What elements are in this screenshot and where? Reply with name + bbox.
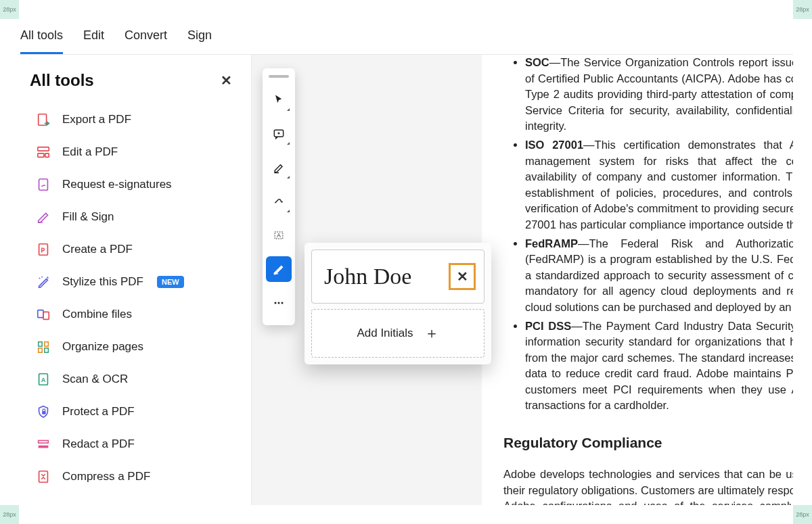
svg-rect-11 [45,342,49,346]
tool-select-arrow[interactable] [266,87,292,113]
tool-more[interactable] [266,290,292,316]
tool-sign[interactable] [266,256,292,282]
tool-export-pdf[interactable]: Export a PDF [27,103,240,136]
export-pdf-icon [35,112,51,128]
svg-rect-9 [43,312,49,319]
tool-draw-freeform[interactable] [266,189,292,214]
sidebar-title: All tools [30,71,94,90]
tool-create-pdf[interactable]: Create a PDF [27,233,240,266]
tool-highlight[interactable] [266,155,292,181]
regulatory-paragraph: Adobe develops technologies and services… [503,467,793,505]
tool-label: Organize pages [62,340,143,354]
tool-textbox[interactable]: A [266,222,292,248]
svg-rect-16 [42,411,45,414]
add-initials-label: Add Initials [357,327,413,340]
add-initials-button[interactable]: Add Initials ＋ [311,309,484,358]
tool-label: Combine files [62,308,132,321]
app-frame: All tools Edit Convert Sign All tools ✕ … [19,19,793,505]
tool-compress-pdf[interactable]: Compress a PDF [27,460,240,493]
compliance-bullet-list: SOC—The Service Organization Controls re… [503,55,793,414]
tool-label: Redact a PDF [62,437,135,451]
create-pdf-icon [35,241,51,258]
tool-redact-pdf[interactable]: Redact a PDF [27,428,240,460]
top-tabbar: All tools Edit Convert Sign [19,19,793,55]
document-area: SOC—The Service Organization Controls re… [252,55,793,505]
edit-pdf-icon [35,144,51,160]
sidebar: All tools ✕ Export a PDF Edit a PDF [19,55,252,505]
main-area: All tools ✕ Export a PDF Edit a PDF [19,55,793,505]
svg-point-23 [275,302,277,304]
bullet-soc: SOC—The Service Organization Controls re… [525,55,793,135]
ruler-corner-tr: 28px [793,0,812,19]
ruler-corner-bl: 28px [0,505,19,524]
svg-rect-1 [38,147,49,151]
page-content: SOC—The Service Organization Controls re… [482,55,793,505]
close-sidebar-button[interactable]: ✕ [215,70,238,91]
tab-sign[interactable]: Sign [187,28,212,54]
redact-pdf-icon [35,436,51,452]
tool-label: Stylize this PDF [62,275,143,289]
tool-label: Export a PDF [62,113,131,126]
tool-label: Create a PDF [62,243,133,256]
svg-text:A: A [277,232,281,239]
svg-rect-10 [39,342,43,346]
tool-label: Protect a PDF [62,405,135,419]
tool-list: Export a PDF Edit a PDF Request e-signat… [27,103,240,493]
svg-rect-18 [39,446,49,448]
bullet-fedramp: FedRAMP—The Federal Risk and Authorizati… [525,236,793,316]
bullet-iso: ISO 27001—This certification demonstrate… [525,137,793,233]
scan-ocr-icon: A [35,371,51,387]
svg-rect-5 [39,244,48,256]
signature-preview-box[interactable]: John Doe ✕ [311,249,484,304]
signature-name: John Doe [324,265,411,288]
svg-rect-13 [45,348,49,352]
tool-label: Edit a PDF [62,145,118,159]
tool-edit-pdf[interactable]: Edit a PDF [27,136,240,168]
tool-label: Compress a PDF [62,470,150,483]
tool-comment[interactable] [266,121,292,147]
tab-edit[interactable]: Edit [83,28,104,54]
ruler-corner-tl: 28px [0,0,19,19]
protect-pdf-icon [35,404,51,420]
svg-point-24 [278,302,280,304]
svg-rect-17 [39,441,49,444]
section-title-regulatory: Regulatory Compliance [503,433,793,453]
tool-label: Request e-signatures [62,178,172,191]
svg-rect-8 [38,310,43,318]
tool-combine-files[interactable]: Combine files [27,298,240,331]
sidebar-header: All tools ✕ [27,70,240,91]
svg-rect-4 [39,179,48,191]
svg-text:A: A [41,377,46,383]
tool-label: Scan & OCR [62,373,128,386]
svg-rect-2 [38,153,44,158]
tab-all-tools[interactable]: All tools [20,28,63,54]
combine-files-icon [35,306,51,323]
svg-rect-12 [39,348,43,352]
svg-point-7 [41,277,43,278]
svg-point-6 [39,278,41,279]
tool-scan-ocr[interactable]: A Scan & OCR [27,363,240,396]
pdf-page[interactable]: SOC—The Service Organization Controls re… [482,55,793,505]
tool-stylize-pdf[interactable]: Stylize this PDF NEW [27,266,240,298]
strip-drag-handle[interactable] [269,75,289,78]
compress-pdf-icon [35,469,51,485]
tool-label: Fill & Sign [62,210,114,224]
tool-request-esign[interactable]: Request e-signatures [27,168,240,201]
svg-rect-3 [45,153,49,158]
tool-fill-sign[interactable]: Fill & Sign [27,201,240,233]
delete-signature-button[interactable]: ✕ [449,263,476,290]
stylize-pdf-icon [35,274,51,290]
annotation-tool-strip[interactable]: A [263,68,295,325]
tool-organize-pages[interactable]: Organize pages [27,331,240,363]
organize-pages-icon [35,339,51,355]
tab-convert[interactable]: Convert [125,28,167,54]
tool-protect-pdf[interactable]: Protect a PDF [27,396,240,428]
ruler-corner-br: 28px [793,505,812,524]
bullet-pci: PCI DSS—The Payment Card Industry Data S… [525,318,793,414]
new-badge: NEW [157,276,184,288]
signature-popup: John Doe ✕ Add Initials ＋ [304,243,491,364]
request-esign-icon [35,176,51,193]
fill-sign-icon [35,209,51,225]
svg-point-25 [281,302,284,304]
plus-icon: ＋ [424,323,439,343]
